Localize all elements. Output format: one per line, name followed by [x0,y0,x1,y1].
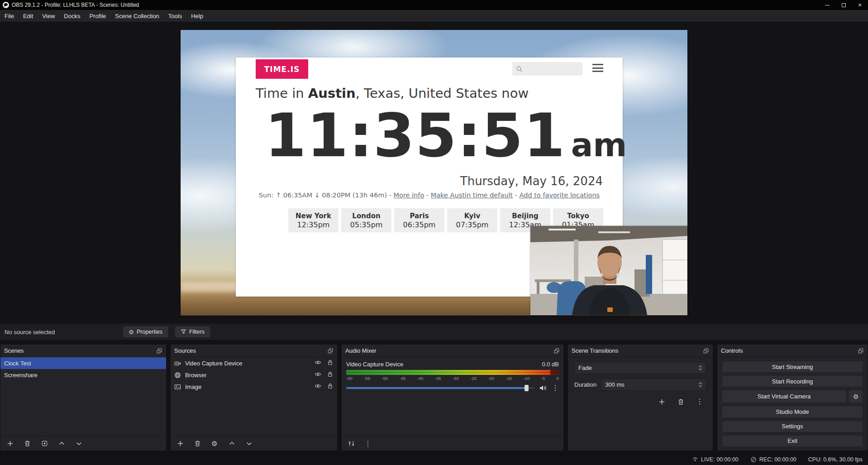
menu-view[interactable]: View [38,10,59,22]
camera-icon [174,360,181,367]
properties-button[interactable]: ⚙ Properties [123,326,168,338]
dock-popout-icon[interactable] [858,348,864,354]
add-scene-button[interactable] [6,440,14,448]
lock-icon[interactable] [327,359,334,367]
clock-digits: 11:35:51 [265,103,566,168]
move-source-down-button[interactable] [245,440,253,448]
menu-docks[interactable]: Docks [59,10,85,22]
speaker-icon[interactable] [539,384,547,392]
source-status-label: No source selected [5,329,55,336]
lock-icon[interactable] [327,383,334,391]
scenes-panel-header: Scenes [0,345,166,357]
visibility-eye-icon[interactable] [315,383,321,391]
timeis-date: Thursday, May 16, 2024 [460,174,603,188]
scene-item-screenshare[interactable]: Screenshare [0,369,166,381]
source-item-image[interactable]: Image [171,381,337,393]
controls-header: Controls [717,345,868,357]
move-scene-down-button[interactable] [75,440,83,448]
dock-popout-icon[interactable] [327,348,334,354]
menu-bar: File Edit View Docks Profile Scene Colle… [0,10,868,22]
audio-mixer-header: Audio Mixer [342,345,563,357]
volume-slider[interactable] [346,387,534,389]
close-button[interactable]: × [852,0,868,10]
dock-popout-icon[interactable] [553,348,560,354]
virtual-camera-settings-button[interactable]: ⚙ [849,390,863,403]
filters-button[interactable]: Filters [175,326,210,338]
gear-icon: ⚙ [129,329,134,335]
dock-popout-icon[interactable] [156,348,162,354]
menu-file[interactable]: File [0,10,19,22]
transitions-header: Scene Transitions [568,345,713,357]
controls-title: Controls [721,347,743,354]
lock-icon[interactable] [327,371,334,379]
remove-scene-button[interactable] [23,440,31,448]
menu-help[interactable]: Help [186,10,208,22]
start-recording-button[interactable]: Start Recording [722,375,863,387]
status-bar: LIVE: 00:00:00 REC: 00:00:00 CPU: 0.6%, … [0,454,868,465]
timeis-search-box [512,62,582,76]
minimize-icon [825,5,830,5]
exit-button[interactable]: Exit [722,435,863,447]
clock-ampm: am [571,126,627,164]
studio-mode-button[interactable]: Studio Mode [722,406,863,417]
mixer-toolbar: ⋮ [342,436,563,451]
city-tile: New York12:35pm [288,208,339,232]
make-default-link: Make Austin time default [431,192,513,199]
minimize-button[interactable] [819,0,835,10]
gear-icon: ⚙ [211,440,217,447]
remove-source-button[interactable] [193,440,201,448]
mixer-menu-kebab-icon[interactable]: ⋮ [364,440,372,447]
settings-button[interactable]: Settings [722,421,863,432]
gear-icon: ⚙ [853,393,859,400]
source-properties-button[interactable]: ⚙ [210,440,219,448]
filter-icon [181,329,186,336]
start-virtual-camera-button[interactable]: Start Virtual Camera [722,390,846,403]
source-item-browser[interactable]: Browser [171,369,337,381]
menu-scene-collection[interactable]: Scene Collection [110,10,164,22]
dock-area: Scenes Clock Test Screenshare Sources [0,340,868,454]
remove-transition-button[interactable] [675,396,687,407]
timeis-heading: Time in Austin, Texas, United States now [256,86,529,101]
sources-toolbar: ⚙ [171,436,337,451]
dock-popout-icon[interactable] [703,348,709,354]
transitions-title: Scene Transitions [572,347,618,354]
obs-logo-icon [3,2,9,8]
maximize-button[interactable] [835,0,852,10]
scenes-panel: Scenes Clock Test Screenshare [0,345,166,451]
audio-mixer-title: Audio Mixer [345,347,377,354]
mixer-channel: Video Capture Device 0.0 dB -60-55-50-45… [342,357,563,436]
start-streaming-button[interactable]: Start Streaming [722,361,863,373]
scenes-list: Clock Test Screenshare [0,357,166,436]
duration-input[interactable]: 300 ms [601,379,706,391]
transition-menu-kebab-icon[interactable]: ⋮ [694,396,706,407]
sources-panel: Sources Video Capture Device Browser [171,345,337,451]
visibility-eye-icon[interactable] [315,359,321,367]
meter-scale: -60-55-50-45-40-35-30-25-20-15-10-50 [346,376,559,381]
sources-list: Video Capture Device Browser [171,357,337,436]
move-source-up-button[interactable] [228,440,236,448]
add-transition-button[interactable] [656,396,668,407]
record-status-icon [750,456,757,463]
menu-tools[interactable]: Tools [164,10,186,22]
mixer-channel-name: Video Capture Device [346,361,403,368]
spinner-arrows-icon[interactable] [698,382,702,387]
move-scene-up-button[interactable] [57,440,66,448]
volume-slider-handle[interactable] [525,385,529,391]
chevron-updown-icon [698,365,702,370]
channel-menu-kebab-icon[interactable]: ⋮ [552,384,559,392]
add-source-button[interactable] [176,440,184,448]
city-tile: Paris06:35pm [394,208,444,232]
menu-profile[interactable]: Profile [85,10,110,22]
visibility-eye-icon[interactable] [315,371,321,379]
duration-label: Duration [574,381,596,388]
scene-filters-button[interactable] [40,440,48,448]
source-item-video-capture[interactable]: Video Capture Device [171,357,337,369]
maximize-icon [842,3,846,7]
preview-canvas[interactable]: TIME.IS Time in Austin, Texas, United St… [181,30,687,316]
transition-select[interactable]: Fade [574,362,706,374]
menu-edit[interactable]: Edit [19,10,38,22]
scene-item-clock-test[interactable]: Clock Test [0,357,166,369]
timeis-sun-info: Sun: ↑ 06:35AM ↓ 08:20PM (13h 46m) - Mor… [236,192,623,199]
advanced-audio-icon[interactable] [347,440,355,448]
search-icon [516,66,523,72]
